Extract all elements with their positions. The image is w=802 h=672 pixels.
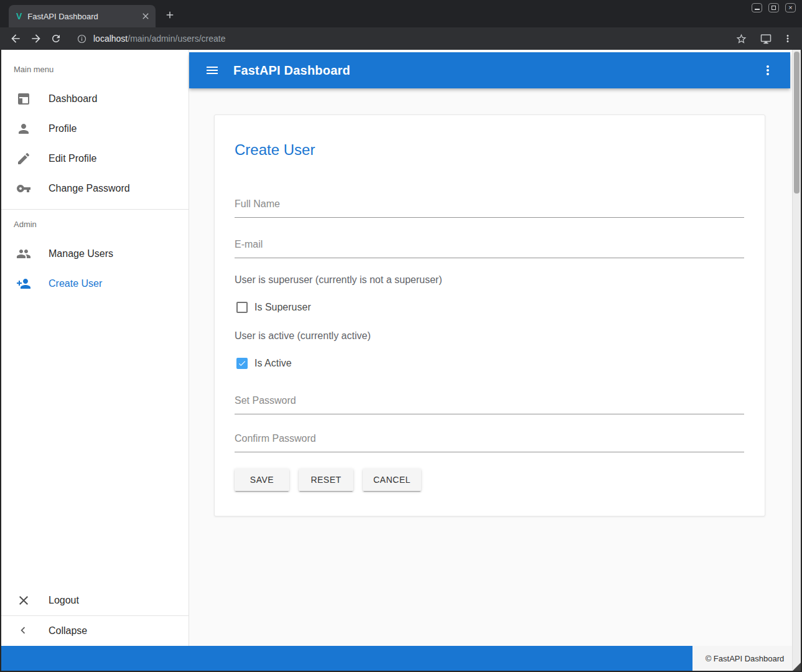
- site-favicon-icon: V: [16, 11, 22, 21]
- is-superuser-checkbox[interactable]: Is Superuser: [235, 302, 744, 313]
- maximize-icon: [772, 6, 776, 10]
- sidebar-section-admin: Admin: [1, 210, 189, 229]
- chevron-left-icon: [16, 623, 31, 638]
- key-icon: [16, 181, 31, 196]
- active-hint: User is active (currently active): [235, 330, 744, 342]
- people-icon: [16, 246, 31, 261]
- window-resize-grip-icon[interactable]: [793, 663, 801, 671]
- browser-tab[interactable]: V FastAPI Dashboard: [9, 5, 156, 27]
- monitor-icon[interactable]: [760, 33, 772, 44]
- sidebar-item-label: Dashboard: [49, 93, 97, 105]
- form-actions: SAVE RESET CANCEL: [235, 469, 744, 491]
- url-bar[interactable]: localhost/main/admin/users/create: [93, 34, 225, 44]
- sidebar-item-label: Edit Profile: [49, 153, 96, 164]
- main-area: FastAPI Dashboard Create User User is su…: [189, 50, 792, 646]
- create-user-card: Create User User is superuser (currently…: [214, 114, 765, 516]
- browser-address-bar: localhost/main/admin/users/create: [0, 27, 802, 50]
- set-password-field[interactable]: [235, 394, 744, 414]
- sidebar-item-label: Profile: [49, 123, 77, 134]
- window-minimize-button[interactable]: [752, 3, 762, 12]
- page-info-icon[interactable]: [77, 34, 87, 44]
- close-x-icon: [16, 593, 31, 608]
- sidebar-item-manage-users[interactable]: Manage Users: [1, 239, 189, 269]
- checkbox-label: Is Active: [254, 358, 292, 369]
- sidebar-item-logout[interactable]: Logout: [1, 586, 189, 615]
- browser-tab-strip: V FastAPI Dashboard ×: [0, 0, 802, 27]
- person-add-icon: [16, 276, 31, 291]
- sidebar-item-dashboard[interactable]: Dashboard: [1, 84, 189, 114]
- full-name-field[interactable]: [235, 197, 744, 218]
- sidebar-item-label: Logout: [49, 595, 79, 606]
- sidebar-item-edit-profile[interactable]: Edit Profile: [1, 144, 189, 174]
- window-close-button[interactable]: ×: [785, 3, 796, 12]
- reload-icon[interactable]: [50, 33, 62, 44]
- sidebar-item-collapse[interactable]: Collapse: [1, 616, 189, 646]
- bookmark-star-icon[interactable]: [735, 33, 747, 45]
- minimize-icon: [755, 9, 760, 10]
- window-controls: ×: [752, 3, 796, 12]
- sidebar-item-label: Collapse: [49, 625, 87, 637]
- browser-window: V FastAPI Dashboard × localhost/main/: [0, 0, 802, 672]
- checkbox-checked-icon[interactable]: [236, 358, 248, 369]
- url-path: /main/admin/users/create: [128, 34, 225, 44]
- sidebar-item-label: Change Password: [49, 183, 130, 194]
- page-content: Create User User is superuser (currently…: [189, 88, 792, 646]
- checkbox-unchecked-icon[interactable]: [236, 302, 248, 313]
- page-title: Create User: [235, 140, 744, 160]
- sidebar-item-profile[interactable]: Profile: [1, 114, 189, 144]
- tab-title: FastAPI Dashboard: [27, 12, 141, 21]
- superuser-hint: User is superuser (currently is not a su…: [235, 274, 744, 286]
- forward-icon[interactable]: [30, 32, 42, 45]
- reset-button[interactable]: RESET: [299, 469, 353, 491]
- email-field[interactable]: [235, 238, 744, 258]
- footer-copyright: © FastAPI Dashboard: [692, 646, 797, 671]
- scrollbar-thumb[interactable]: [794, 52, 800, 194]
- sidebar-section-main: Main menu: [1, 50, 189, 74]
- back-icon[interactable]: [9, 32, 22, 45]
- sidebar-spacer: [1, 299, 189, 586]
- dashboard-icon: [16, 91, 31, 106]
- sidebar: Main menu Dashboard Profile Edit Profile: [1, 50, 189, 646]
- sidebar-item-create-user[interactable]: Create User: [1, 269, 189, 299]
- app-footer: © FastAPI Dashboard: [1, 646, 801, 671]
- confirm-password-field[interactable]: [235, 432, 744, 452]
- sidebar-item-label: Create User: [49, 278, 102, 289]
- browser-menu-icon[interactable]: [782, 33, 793, 44]
- appbar-menu-icon[interactable]: [760, 63, 775, 78]
- pencil-icon: [16, 151, 31, 166]
- url-host: localhost: [93, 34, 128, 44]
- new-tab-button[interactable]: [163, 8, 177, 22]
- app-bar: FastAPI Dashboard: [189, 52, 790, 88]
- hamburger-menu-icon[interactable]: [205, 63, 220, 78]
- sidebar-item-label: Manage Users: [49, 248, 113, 259]
- appbar-title: FastAPI Dashboard: [233, 63, 350, 78]
- is-active-checkbox[interactable]: Is Active: [235, 358, 744, 369]
- checkbox-label: Is Superuser: [254, 302, 311, 313]
- web-page: Main menu Dashboard Profile Edit Profile: [1, 50, 801, 671]
- tab-close-icon[interactable]: [141, 11, 151, 21]
- window-maximize-button[interactable]: [768, 3, 779, 12]
- page-scrollbar[interactable]: [792, 50, 801, 671]
- save-button[interactable]: SAVE: [235, 469, 289, 491]
- cancel-button[interactable]: CANCEL: [363, 469, 421, 491]
- sidebar-item-change-password[interactable]: Change Password: [1, 174, 189, 203]
- person-icon: [16, 121, 31, 136]
